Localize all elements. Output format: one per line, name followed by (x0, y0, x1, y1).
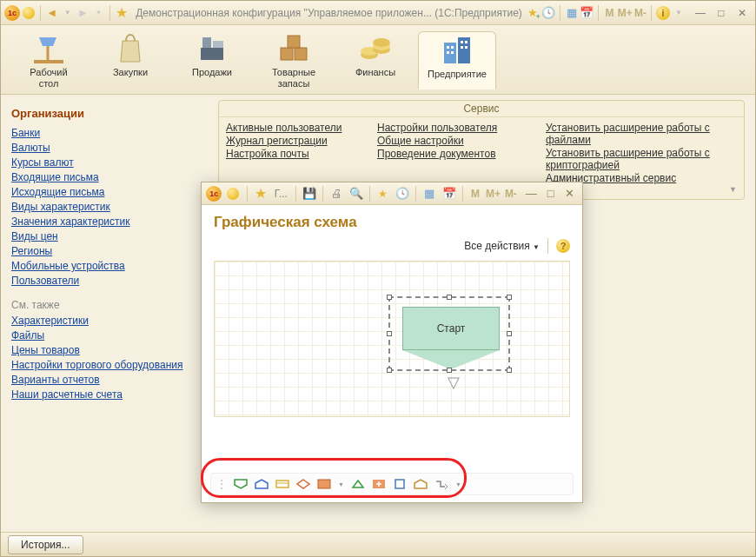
m-button[interactable]: M (468, 184, 483, 203)
print-icon[interactable]: 🖨 (328, 184, 345, 203)
tool-dropdown[interactable]: ▼ (338, 481, 344, 487)
nav-back[interactable]: ◄ (45, 3, 59, 23)
resize-handle[interactable] (507, 295, 512, 300)
connector-tool[interactable] (434, 479, 448, 489)
svg-rect-19 (461, 46, 463, 49)
maximize-button[interactable]: □ (541, 184, 559, 203)
service-link[interactable]: Настройка почты (226, 148, 356, 160)
tab-desktop[interactable]: Рабочий стол (10, 30, 88, 90)
document-shape-tool[interactable] (393, 479, 407, 489)
tab-sales[interactable]: Продажи (173, 30, 251, 78)
nav-link[interactable]: Входящие письма (11, 171, 208, 183)
connector-arrow-icon[interactable]: ▽ (448, 373, 460, 392)
nav-link[interactable]: Курсы валют (11, 156, 208, 169)
start-shape[interactable]: Старт (402, 307, 500, 350)
nav-fwd-drop[interactable]: ▼ (92, 3, 106, 23)
nav-link[interactable]: Валюты (11, 142, 208, 154)
help-drop[interactable]: ▼ (672, 3, 686, 23)
menu-dot[interactable] (224, 184, 242, 203)
history-icon[interactable]: 🕓 (541, 3, 555, 23)
process-shape-tool[interactable] (275, 479, 289, 489)
chevron-down-icon[interactable]: ▼ (729, 185, 737, 194)
nav-link[interactable]: Характеристики (11, 315, 208, 327)
calculator-icon[interactable]: ▦ (421, 184, 438, 203)
service-link[interactable]: Проведение документов (377, 148, 525, 160)
nav-link[interactable]: Варианты отчетов (11, 374, 208, 386)
service-link[interactable]: Общие настройки (377, 135, 525, 147)
svg-rect-0 (201, 48, 223, 60)
nav-link[interactable]: Виды цен (11, 230, 208, 242)
resize-handle[interactable] (387, 368, 392, 373)
close-button[interactable]: ✕ (561, 184, 579, 203)
nav-link[interactable]: Виды характеристик (11, 201, 208, 213)
nav-link[interactable]: Банки (11, 127, 208, 139)
resize-handle[interactable] (507, 331, 512, 336)
m-button[interactable]: M (603, 3, 616, 23)
statusbar: История... (1, 532, 755, 556)
history-button[interactable]: История... (8, 535, 83, 554)
add-favorite-icon[interactable]: ★+ (526, 3, 540, 23)
resize-handle[interactable] (387, 295, 392, 300)
tab-finance[interactable]: Финансы (336, 30, 414, 78)
m-plus-button[interactable]: M+ (485, 184, 501, 203)
nav-back-drop[interactable]: ▼ (61, 3, 75, 23)
service-link[interactable]: Настройки пользователя (377, 122, 525, 134)
menu-dot[interactable] (22, 3, 36, 23)
calculator-icon[interactable]: ▦ (565, 3, 579, 23)
service-link[interactable]: Установить расширение работы с криптогра… (546, 147, 737, 171)
close-button[interactable]: ✕ (733, 3, 752, 23)
resize-handle[interactable] (387, 331, 392, 336)
calendar-icon[interactable]: 📅 (440, 184, 457, 203)
nav-link[interactable]: Мобильные устройства (11, 260, 208, 272)
nav-fwd[interactable]: ► (76, 3, 90, 23)
calendar-icon[interactable]: 📅 (580, 3, 594, 23)
sub-tab-label: Г... (275, 188, 288, 200)
tab-enterprise[interactable]: Предприятие (418, 31, 496, 90)
preview-icon[interactable]: 🔍 (347, 184, 364, 203)
nav-link[interactable]: Исходящие письма (11, 186, 208, 198)
favorite-star-icon[interactable]: ★ (252, 184, 269, 203)
svg-rect-17 (461, 41, 463, 43)
service-link[interactable]: Активные пользователи (226, 122, 356, 134)
all-actions-link[interactable]: Все действия ▼ (464, 240, 540, 252)
resize-handle[interactable] (507, 368, 512, 373)
svg-point-10 (373, 38, 390, 47)
m-minus-button[interactable]: M- (634, 3, 647, 23)
subprocess-shape-tool[interactable] (317, 479, 331, 489)
tab-purchases[interactable]: Закупки (91, 30, 169, 78)
service-link[interactable]: Журнал регистрации (226, 135, 356, 147)
m-plus-button[interactable]: M+ (618, 3, 633, 23)
app-logo: 1c (205, 184, 222, 203)
insert-shape-tool[interactable] (372, 479, 386, 489)
m-minus-button[interactable]: M- (503, 184, 519, 203)
nav-link[interactable]: Цены товаров (11, 344, 208, 356)
buildings-icon (439, 34, 475, 67)
minimize-button[interactable]: — (522, 184, 540, 203)
start-shape-tool[interactable] (234, 479, 248, 489)
data-shape-tool[interactable] (414, 479, 428, 489)
nav-link[interactable]: Пользователи (11, 275, 208, 287)
selection-box[interactable]: Старт (388, 296, 510, 371)
help-icon[interactable]: i (656, 3, 670, 23)
add-favorite-icon[interactable]: ★ (375, 184, 392, 203)
nav-link[interactable]: Регионы (11, 245, 208, 257)
tab-stock[interactable]: Товарные запасы (255, 30, 333, 90)
favorite-star-icon[interactable]: ★ (115, 3, 129, 23)
nav-link[interactable]: Наши расчетные счета (11, 388, 208, 401)
end-shape-tool[interactable] (255, 479, 269, 489)
condition-shape-tool[interactable] (296, 479, 310, 489)
save-icon[interactable]: 💾 (301, 184, 318, 203)
diagram-canvas[interactable]: Старт ▽ (214, 261, 570, 417)
tool-dropdown[interactable]: ▼ (455, 481, 461, 487)
resize-handle[interactable] (447, 295, 452, 300)
nav-link[interactable]: Файлы (11, 329, 208, 341)
triangle-shape-tool[interactable] (351, 479, 365, 489)
history-icon[interactable]: 🕓 (394, 184, 411, 203)
nav-link[interactable]: Значения характеристик (11, 216, 208, 228)
minimize-button[interactable]: — (691, 3, 710, 23)
maximize-button[interactable]: □ (712, 3, 731, 23)
help-icon[interactable]: ? (556, 239, 570, 253)
service-link[interactable]: Установить расширение работы с файлами (546, 122, 737, 146)
svg-rect-13 (447, 46, 449, 49)
nav-link[interactable]: Настройки торгового оборудования (11, 359, 208, 371)
